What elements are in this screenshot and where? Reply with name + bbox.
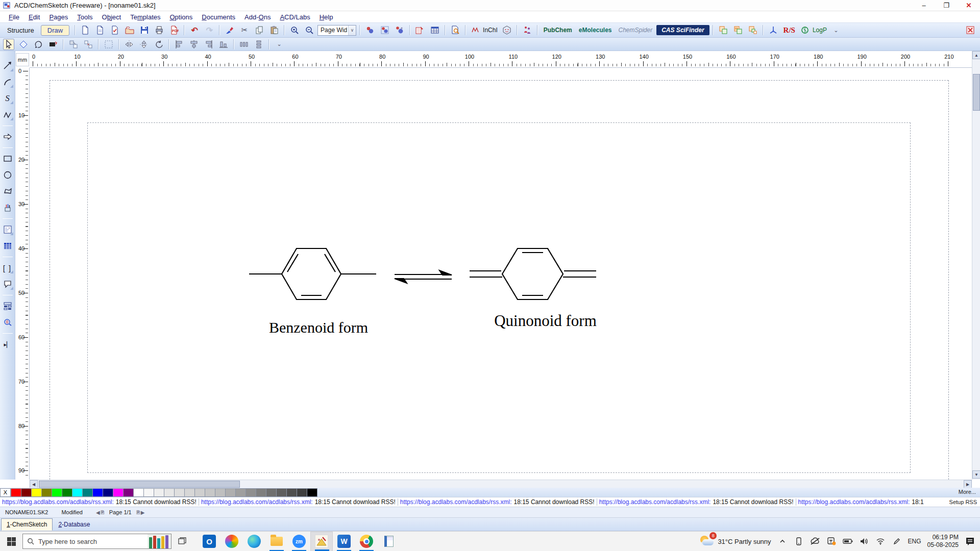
- open-template-icon[interactable]: [94, 24, 106, 36]
- copy-icon[interactable]: [254, 24, 265, 36]
- taskbar-clock[interactable]: 06:19 PM 05-08-2025: [927, 534, 959, 549]
- palette-color-12[interactable]: [133, 488, 144, 497]
- taskbar-app-edge[interactable]: [243, 532, 265, 551]
- palette-color-23[interactable]: [246, 488, 256, 497]
- palette-color-0[interactable]: [11, 488, 21, 497]
- arc-tool-icon[interactable]: [1, 76, 14, 89]
- palette-color-2[interactable]: [31, 488, 42, 497]
- zoom-out-icon[interactable]: [304, 24, 315, 36]
- close-panel-icon[interactable]: [965, 24, 976, 36]
- ungroup-icon[interactable]: [83, 39, 94, 50]
- benzenoid-structure[interactable]: [249, 248, 376, 299]
- emolecules-link[interactable]: eMolecules: [576, 27, 615, 34]
- palette-color-16[interactable]: [174, 488, 185, 497]
- palette-color-17[interactable]: [184, 488, 195, 497]
- benzenoid-label[interactable]: Benzenoid form: [259, 319, 378, 336]
- rss-item[interactable]: https://blog.acdlabs.com/acdlabs/rss.xml…: [597, 498, 796, 506]
- draw-mode-button[interactable]: Draw: [41, 25, 69, 36]
- menu-item-addons[interactable]: Add-Ons: [240, 12, 275, 22]
- menu-item-tools[interactable]: Tools: [72, 12, 97, 22]
- select-rotate-icon[interactable]: [33, 39, 44, 50]
- volume-icon[interactable]: [859, 536, 869, 546]
- rss-item[interactable]: https://blog.acdlabs.com/acdlabs/rss.xml…: [0, 498, 199, 506]
- align-right-icon[interactable]: [203, 39, 214, 50]
- palette-color-21[interactable]: [225, 488, 236, 497]
- menu-item-help[interactable]: Help: [315, 12, 338, 22]
- palette-color-18[interactable]: [194, 488, 205, 497]
- palette-color-9[interactable]: [103, 488, 113, 497]
- taskbar-app-notepad[interactable]: [378, 532, 400, 551]
- tab-2database[interactable]: 2-Database: [53, 518, 95, 531]
- palette-color-14[interactable]: [154, 488, 164, 497]
- insert-table-tool-icon[interactable]: [1, 239, 14, 253]
- rotate-90-icon[interactable]: [153, 39, 164, 50]
- teams-update-icon[interactable]: [826, 536, 837, 546]
- action-center-icon[interactable]: [965, 536, 975, 546]
- palette-color-1[interactable]: [21, 488, 32, 497]
- block-arrow-tool-icon[interactable]: [1, 130, 14, 143]
- 3d-optimization-icon[interactable]: [379, 24, 390, 36]
- palette-color-10[interactable]: [113, 488, 124, 497]
- print-icon[interactable]: [154, 24, 165, 36]
- edit-overflow-icon[interactable]: ⌄: [274, 39, 285, 50]
- palette-color-8[interactable]: [92, 488, 103, 497]
- hidden-icons-chevron-icon[interactable]: [777, 536, 788, 546]
- distribute-vertical-icon[interactable]: [253, 39, 264, 50]
- toolbar-overflow-icon[interactable]: ⌄: [830, 24, 842, 36]
- flip-horizontal-icon[interactable]: [124, 39, 135, 50]
- palette-color-5[interactable]: [62, 488, 72, 497]
- rectangle-tool-icon[interactable]: [1, 152, 14, 165]
- no-color-cell[interactable]: X: [0, 488, 11, 497]
- palette-color-4[interactable]: [52, 488, 62, 497]
- taskbar-app-file-explorer[interactable]: [265, 532, 288, 551]
- 3d-rotation-icon[interactable]: [394, 24, 405, 36]
- scroll-right-icon[interactable]: ▶: [964, 480, 972, 488]
- restore-button[interactable]: ❐: [935, 0, 958, 11]
- palette-color-26[interactable]: [276, 488, 287, 497]
- menu-item-pages[interactable]: Pages: [44, 12, 72, 22]
- ellipse-tool-icon[interactable]: [1, 168, 14, 182]
- menu-item-file[interactable]: File: [4, 12, 24, 22]
- align-bottom-icon[interactable]: [218, 39, 229, 50]
- palette-color-15[interactable]: [164, 488, 175, 497]
- name-to-structure-icon[interactable]: [429, 24, 440, 36]
- distribute-horizontal-icon[interactable]: [238, 39, 250, 50]
- undo-icon[interactable]: ↶: [189, 24, 200, 36]
- copy-as-molfile-icon[interactable]: [732, 24, 744, 36]
- structure-to-name-icon[interactable]: [414, 24, 426, 36]
- rss-item[interactable]: https://blog.acdlabs.com/acdlabs/rss.xml…: [398, 498, 597, 506]
- onedrive-paused-icon[interactable]: [810, 536, 820, 546]
- structure-search-tool-icon[interactable]: [1, 316, 14, 329]
- taskbar-app-outlook[interactable]: O: [198, 532, 220, 551]
- align-left-icon[interactable]: [174, 39, 185, 50]
- polyline-tool-icon[interactable]: [1, 108, 14, 121]
- select-tool-icon[interactable]: [3, 39, 14, 50]
- paste-icon[interactable]: [268, 24, 280, 36]
- callout-tool-icon[interactable]: [1, 278, 14, 291]
- align-center-icon[interactable]: [188, 39, 200, 50]
- palette-color-11[interactable]: [123, 488, 134, 497]
- group-icon[interactable]: [68, 39, 79, 50]
- drawing-canvas[interactable]: Benzenoid form Quinonoid form: [32, 68, 972, 480]
- menu-item-edit[interactable]: Edit: [24, 12, 44, 22]
- lasso-select-icon[interactable]: [18, 39, 29, 50]
- zoom-in-icon[interactable]: [289, 24, 300, 36]
- taskbar-app-word[interactable]: W: [333, 532, 355, 551]
- redo-icon[interactable]: ↷: [204, 24, 215, 36]
- scroll-down-icon[interactable]: ▼: [972, 470, 980, 479]
- chemspider-link[interactable]: ChemSpider: [616, 27, 655, 34]
- taskbar-app-copilot[interactable]: [220, 532, 243, 551]
- paste-special-icon[interactable]: [747, 24, 758, 36]
- open-file-icon[interactable]: [124, 24, 135, 36]
- scroll-left-icon[interactable]: ◀: [30, 480, 38, 488]
- rs-stereo-label[interactable]: R/S: [781, 26, 797, 35]
- taskbar-app-zoom[interactable]: zm: [288, 532, 310, 551]
- draw-arrow-tool-icon[interactable]: [1, 59, 14, 72]
- menu-item-options[interactable]: Options: [165, 12, 197, 22]
- export-pdf-icon[interactable]: PDF: [168, 24, 180, 36]
- palette-color-29[interactable]: [307, 488, 317, 497]
- horizontal-scrollbar[interactable]: ◀ ▶: [30, 480, 972, 488]
- minimize-button[interactable]: –: [913, 0, 935, 11]
- palette-color-3[interactable]: [41, 488, 52, 497]
- palette-color-13[interactable]: [143, 488, 154, 497]
